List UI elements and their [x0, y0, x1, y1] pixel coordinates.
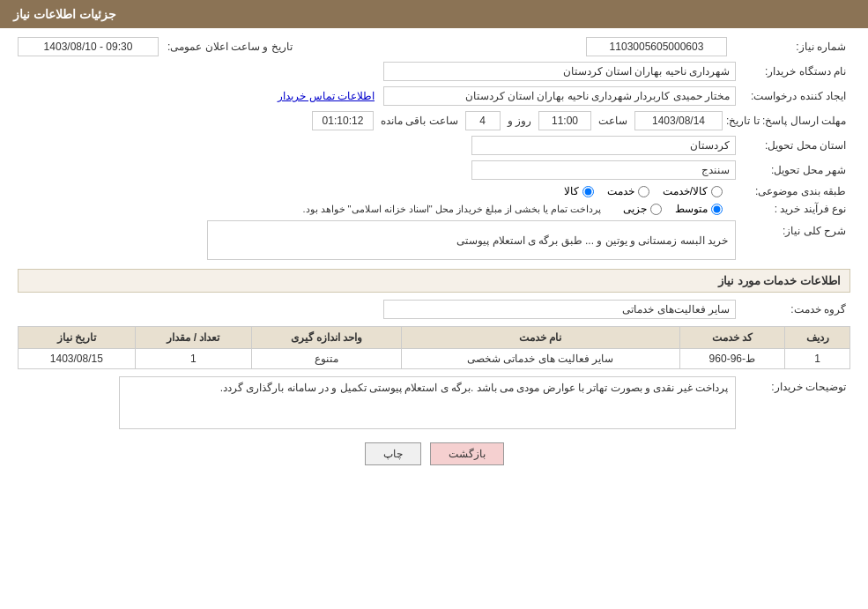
main-content: شماره نیاز: 1103005605000603 تاریخ و ساع…: [0, 28, 868, 492]
city-label: شهر محل تحویل:: [736, 164, 850, 176]
purchase-radio-jozi[interactable]: [650, 204, 662, 215]
services-section-title: اطلاعات خدمات مورد نیاز: [18, 269, 850, 293]
category-radio-kala[interactable]: [582, 186, 594, 197]
buyer-notes-label: توضیحات خریدار:: [736, 376, 850, 393]
page-title: جزئیات اطلاعات نیاز: [13, 7, 116, 21]
service-group-row: گروه خدمت: سایر فعالیت‌های خدماتی: [18, 300, 850, 319]
category-option-kala[interactable]: کالا: [564, 185, 594, 197]
print-button[interactable]: چاپ: [365, 442, 421, 465]
cell-row: 1: [785, 349, 850, 369]
need-number-value: 1103005605000603: [586, 37, 727, 56]
city-value: سنندج: [471, 160, 736, 180]
col-row: ردیف: [785, 327, 850, 349]
category-option-kala-khedmat[interactable]: کالا/خدمت: [663, 185, 723, 197]
col-date: تاریخ نیاز: [19, 327, 136, 349]
buyer-name-value: شهرداری ناحیه بهاران استان کردستان: [383, 62, 736, 81]
col-quantity: تعداد / مقدار: [135, 327, 252, 349]
table-header-row: ردیف کد خدمت نام خدمت واحد اندازه گیری ت…: [19, 327, 850, 349]
purchase-option-motavasset[interactable]: متوسط: [675, 203, 723, 215]
purchase-label: نوع فرآیند خرید :: [736, 203, 850, 215]
cell-date: 1403/08/15: [19, 349, 136, 369]
table-row: 1ط-96-960سایر فعالیت های خدماتی شخصیمتنو…: [19, 349, 850, 369]
cell-code: ط-96-960: [679, 349, 784, 369]
announce-value: 1403/08/10 - 09:30: [18, 37, 159, 56]
province-value: کردستان: [471, 136, 736, 155]
buttons-row: بازگشت چاپ: [18, 442, 850, 465]
creator-value: مختار حمیدی کاربردار شهرداری ناحیه بهارا…: [383, 86, 736, 106]
category-label-kala: کالا: [564, 185, 579, 197]
deadline-remaining: 01:10:12: [312, 111, 374, 130]
deadline-days-label: روز و: [504, 115, 535, 127]
deadline-days: 4: [465, 111, 501, 130]
category-label-khedmat: خدمت: [607, 185, 634, 197]
deadline-time-label: ساعت: [595, 115, 631, 127]
category-label-kala-khedmat: کالا/خدمت: [663, 185, 708, 197]
buyer-notes-value: پرداخت غیر نقدی و بصورت تهاتر با عوارض م…: [119, 376, 736, 429]
service-group-label: گروه خدمت:: [736, 303, 850, 316]
city-row: شهر محل تحویل: سنندج: [18, 160, 850, 180]
cell-unit: متنوع: [252, 349, 402, 369]
category-option-khedmat[interactable]: خدمت: [607, 185, 649, 197]
service-group-value: سایر فعالیت‌های خدماتی: [383, 300, 736, 319]
deadline-row: مهلت ارسال پاسخ: تا تاریخ: 1403/08/14 سا…: [18, 111, 850, 130]
cell-quantity: 1: [135, 349, 252, 369]
services-table: ردیف کد خدمت نام خدمت واحد اندازه گیری ت…: [18, 326, 850, 369]
province-row: استان محل تحویل: کردستان: [18, 136, 850, 155]
purchase-option-jozi[interactable]: جزیی: [623, 203, 662, 215]
need-number-label: شماره نیاز:: [736, 41, 850, 53]
category-radio-kala-khedmat[interactable]: [711, 186, 723, 197]
need-number-row: شماره نیاز: 1103005605000603 تاریخ و ساع…: [18, 37, 850, 56]
back-button[interactable]: بازگشت: [430, 442, 504, 465]
need-description-row: شرح کلی نیاز: خرید البسه زمستانی و یوتین…: [18, 220, 850, 260]
need-description-value: خرید البسه زمستانی و یوتین و ... طبق برگ…: [207, 220, 736, 260]
purchase-label-motavasset: متوسط: [675, 203, 708, 215]
province-label: استان محل تحویل:: [736, 139, 850, 152]
category-row: طبقه بندی موضوعی: کالا/خدمت خدمت کالا: [18, 185, 850, 197]
creator-label: ایجاد کننده درخواست:: [736, 90, 850, 102]
buyer-name-label: نام دستگاه خریدار:: [736, 65, 850, 78]
deadline-time: 11:00: [538, 111, 591, 130]
page-wrapper: جزئیات اطلاعات نیاز شماره نیاز: 11030056…: [0, 0, 868, 609]
purchase-label-jozi: جزیی: [623, 203, 647, 215]
cell-name: سایر فعالیت های خدماتی شخصی: [402, 349, 680, 369]
contact-link[interactable]: اطلاعات تماس خریدار: [278, 90, 375, 102]
category-label: طبقه بندی موضوعی:: [736, 185, 850, 197]
page-header: جزئیات اطلاعات نیاز: [0, 0, 868, 28]
category-radio-khedmat[interactable]: [638, 186, 649, 197]
announce-label: تاریخ و ساعت اعلان عمومی:: [167, 41, 297, 53]
col-code: کد خدمت: [679, 327, 784, 349]
need-description-label: شرح کلی نیاز:: [736, 220, 850, 237]
purchase-note: پرداخت تمام یا بخشی از مبلغ خریداز محل "…: [302, 204, 601, 215]
purchase-radio-motavasset[interactable]: [711, 204, 723, 215]
buyer-name-row: نام دستگاه خریدار: شهرداری ناحیه بهاران …: [18, 62, 850, 81]
col-name: نام خدمت: [402, 327, 680, 349]
deadline-label: مهلت ارسال پاسخ: تا تاریخ:: [726, 115, 850, 127]
buyer-notes-row: توضیحات خریدار: پرداخت غیر نقدی و بصورت …: [18, 376, 850, 429]
deadline-date: 1403/08/14: [634, 111, 723, 130]
deadline-remaining-label: ساعت باقی مانده: [377, 115, 462, 127]
purchase-type-row: نوع فرآیند خرید : متوسط جزیی پرداخت تمام…: [18, 203, 850, 215]
col-unit: واحد اندازه گیری: [252, 327, 402, 349]
creator-row: ایجاد کننده درخواست: مختار حمیدی کاربردا…: [18, 86, 850, 106]
